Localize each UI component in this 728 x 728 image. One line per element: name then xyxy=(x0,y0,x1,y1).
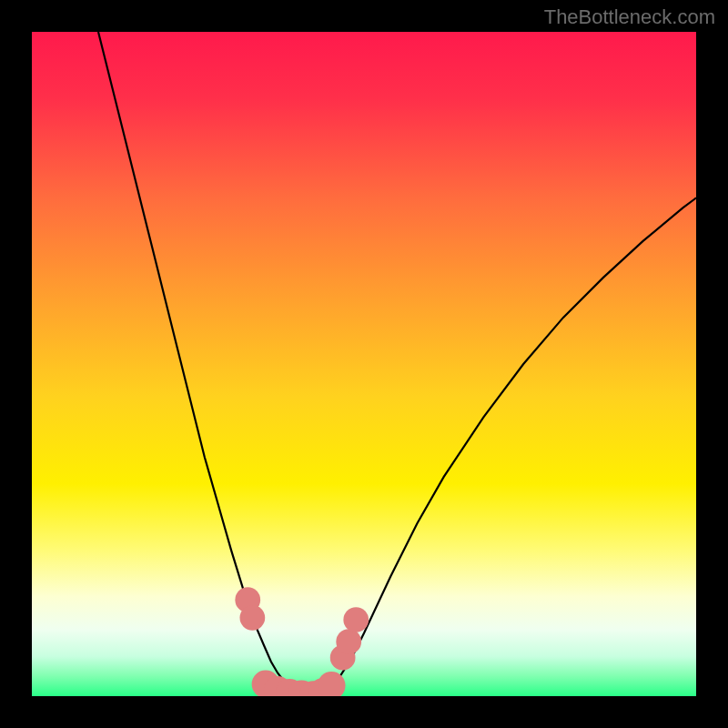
data-marker xyxy=(239,605,265,631)
gradient-background xyxy=(32,32,696,696)
data-marker xyxy=(336,629,361,654)
chart-plot-area xyxy=(32,32,696,696)
bottleneck-chart xyxy=(32,32,696,696)
data-marker xyxy=(343,607,369,632)
watermark-text: TheBottleneck.com xyxy=(544,5,715,29)
